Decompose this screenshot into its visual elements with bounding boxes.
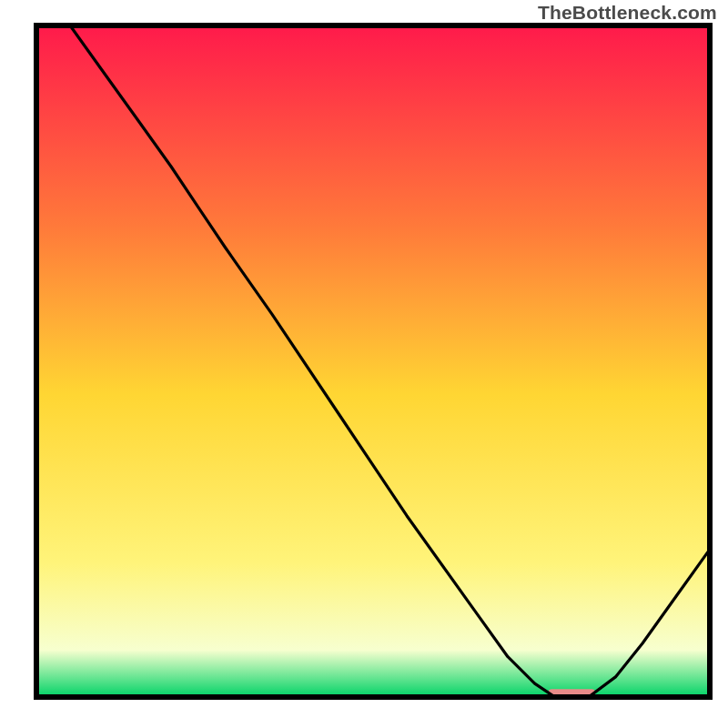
bottleneck-chart xyxy=(0,0,728,728)
chart-container: TheBottleneck.com xyxy=(0,0,728,728)
gradient-background xyxy=(36,25,710,697)
